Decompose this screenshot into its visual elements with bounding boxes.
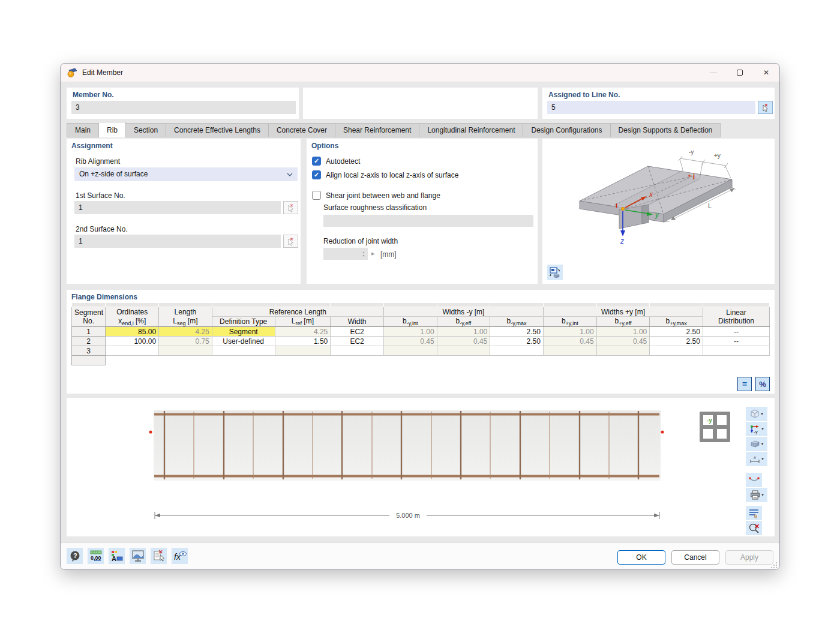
row-number-stub-cell[interactable] <box>72 356 106 365</box>
linear-distribution-cell[interactable]: -- <box>703 337 769 346</box>
col-b-neg-int-header[interactable]: b-y,int <box>383 317 437 327</box>
shear-joint-checkbox[interactable]: ✓ <box>312 191 321 200</box>
surface2-field[interactable]: 1 <box>74 235 281 248</box>
apply-button[interactable]: Apply <box>725 550 773 565</box>
length-cell[interactable]: 0.75 <box>159 337 212 346</box>
row-number-cell[interactable]: 3 <box>72 346 106 356</box>
col-widths-pos-header[interactable]: Widths +y [m] <box>543 307 703 317</box>
col-segment-header[interactable]: SegmentNo. <box>72 307 106 327</box>
display-options-button[interactable] <box>746 506 762 520</box>
minimize-button[interactable]: — <box>700 64 727 82</box>
ordinate-cell[interactable] <box>106 346 159 356</box>
col-reference-length-header[interactable]: Reference Length <box>212 307 383 317</box>
col-definition-type-header[interactable]: Definition Type <box>212 317 275 327</box>
linear-distribution-cell[interactable]: -- <box>703 327 769 337</box>
display-style-button[interactable]: ▾ <box>746 437 767 451</box>
surface1-field[interactable]: 1 <box>74 201 281 214</box>
tab-shear-reinforcement[interactable]: Shear Reinforcement <box>335 123 419 137</box>
close-button[interactable]: ✕ <box>753 64 779 82</box>
col-ordinates-unit[interactable]: xend,i [%] <box>106 317 159 327</box>
tab-design-configurations[interactable]: Design Configurations <box>523 123 610 137</box>
align-z-checkbox[interactable]: ✓ <box>312 170 321 179</box>
delete-inputs-button[interactable]: ✕ <box>151 548 167 564</box>
col-widths-neg-header[interactable]: Widths -y [m] <box>383 307 543 317</box>
col-width-header[interactable]: Width <box>331 317 384 327</box>
print-button[interactable]: ▾ <box>746 488 767 502</box>
percent-toggle-button[interactable]: % <box>755 377 770 391</box>
b-neg-int-cell[interactable]: 1.00 <box>383 327 437 337</box>
maximize-button[interactable] <box>727 64 753 82</box>
b-pos-eff-cell[interactable] <box>596 346 650 356</box>
definition-type-cell[interactable]: Segment <box>212 327 275 337</box>
row-number-cell[interactable]: 2 <box>72 337 106 346</box>
width-cell[interactable] <box>331 346 384 356</box>
view-3d-button[interactable]: ▾ <box>746 407 767 421</box>
col-b-pos-max-header[interactable]: b+y,max <box>650 317 703 327</box>
spinner-right-icon[interactable]: ▶ <box>371 251 374 256</box>
col-lref-header[interactable]: Lref [m] <box>275 317 331 327</box>
b-pos-int-cell[interactable] <box>543 346 596 356</box>
b-neg-int-cell[interactable] <box>383 346 437 356</box>
member-no-field[interactable]: 3 <box>71 101 296 114</box>
b-pos-eff-cell[interactable]: 1.00 <box>596 327 650 337</box>
b-neg-max-cell[interactable]: 2.50 <box>490 327 544 337</box>
b-pos-int-cell[interactable]: 0.45 <box>543 337 596 346</box>
cancel-zoom-button[interactable]: ✕ <box>746 521 762 535</box>
tab-concrete-effective-lengths[interactable]: Concrete Effective Lengths <box>166 123 269 137</box>
ok-button[interactable]: OK <box>617 550 665 565</box>
ordinate-cell[interactable]: 100.00 <box>106 337 159 346</box>
linear-distribution-cell[interactable] <box>703 346 769 356</box>
col-length-header[interactable]: Length <box>159 307 212 317</box>
display-settings-button[interactable]: A <box>109 548 125 564</box>
definition-type-cell[interactable]: User-defined <box>212 337 275 346</box>
units-settings-button[interactable]: 0,00 <box>88 548 104 564</box>
tab-longitudinal-reinforcement[interactable]: Longitudinal Reinforcement <box>419 123 523 137</box>
tab-design-supports-deflection[interactable]: Design Supports & Deflection <box>611 123 721 137</box>
lref-cell[interactable]: 1.50 <box>275 337 331 346</box>
definition-type-cell[interactable] <box>212 346 275 356</box>
b-pos-max-cell[interactable]: 2.50 <box>650 327 703 337</box>
assigned-line-pick-button[interactable]: ✕ <box>758 101 773 114</box>
col-linear-header[interactable]: LinearDistribution <box>703 307 769 327</box>
b-neg-max-cell[interactable]: 2.50 <box>490 337 544 346</box>
tab-section[interactable]: Section <box>126 123 166 137</box>
deformation-button[interactable] <box>746 473 762 487</box>
b-pos-max-cell[interactable] <box>650 346 703 356</box>
lref-cell[interactable] <box>275 346 331 356</box>
assigned-line-field[interactable]: 5 <box>547 101 755 114</box>
absolute-toggle-button[interactable]: = <box>737 377 752 391</box>
formula-button[interactable]: fx <box>172 548 188 564</box>
b-pos-int-cell[interactable]: 1.00 <box>543 327 596 337</box>
tab-concrete-cover[interactable]: Concrete Cover <box>269 123 335 137</box>
b-pos-eff-cell[interactable]: 0.45 <box>596 337 650 346</box>
b-neg-int-cell[interactable]: 0.45 <box>383 337 437 346</box>
ordinate-cell[interactable]: 85.00 <box>106 327 159 337</box>
b-neg-max-cell[interactable] <box>490 346 544 356</box>
col-b-neg-eff-header[interactable]: b-y,eff <box>437 317 490 327</box>
rotate-view-button[interactable] <box>547 265 563 280</box>
title-bar[interactable]: Edit Member — ✕ <box>61 64 779 82</box>
view-axis-button[interactable]: -y ▾ <box>746 422 767 436</box>
help-button[interactable]: ? <box>67 548 83 564</box>
spinner-arrows-icon[interactable]: ▲▼ <box>361 248 367 259</box>
resize-grip[interactable] <box>770 562 778 569</box>
tab-main[interactable]: Main <box>67 123 99 137</box>
roughness-field[interactable] <box>323 215 533 227</box>
view-direction-widget[interactable]: -y <box>698 410 731 443</box>
rib-alignment-dropdown[interactable]: On +z-side of surface <box>74 167 298 181</box>
col-ordinates-header[interactable]: Ordinates <box>106 307 159 317</box>
col-length-unit[interactable]: Lseg [m] <box>159 317 212 327</box>
b-neg-eff-cell[interactable]: 0.45 <box>437 337 490 346</box>
col-b-neg-max-header[interactable]: b-y,max <box>490 317 544 327</box>
dimensions-button[interactable]: x ▾ <box>746 452 767 466</box>
length-cell[interactable] <box>159 346 212 356</box>
col-b-pos-eff-header[interactable]: b+y,eff <box>596 317 650 327</box>
width-cell[interactable]: EC2 <box>331 337 384 346</box>
b-neg-eff-cell[interactable]: 1.00 <box>437 327 490 337</box>
reduction-spinner[interactable]: ▲▼ <box>323 248 368 260</box>
screen-view-button[interactable] <box>130 548 146 564</box>
length-cell[interactable]: 4.25 <box>159 327 212 337</box>
lref-cell[interactable]: 4.25 <box>275 327 331 337</box>
autodetect-checkbox[interactable]: ✓ <box>312 157 321 166</box>
width-cell[interactable]: EC2 <box>331 327 384 337</box>
